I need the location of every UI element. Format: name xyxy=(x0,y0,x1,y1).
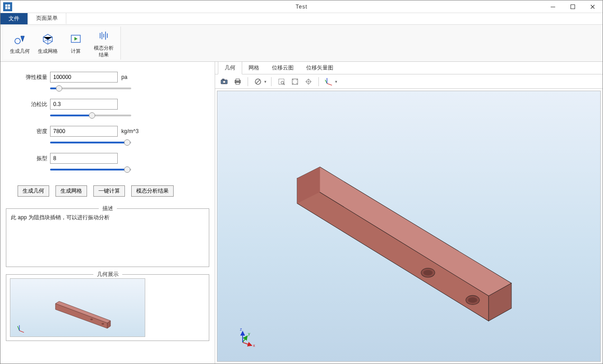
svg-marker-28 xyxy=(297,178,489,321)
svg-point-2 xyxy=(15,38,20,44)
mesh-icon xyxy=(41,32,55,46)
param-mode: 振型 xyxy=(22,153,193,164)
param-elastic-slider[interactable] xyxy=(50,88,131,89)
camera-icon[interactable] xyxy=(219,76,230,87)
ribbon-modal-result-label: 模态分析结果 xyxy=(92,45,116,58)
ribbon: 生成几何 生成网格 计算 xyxy=(0,25,603,62)
axis-triad: x y z xyxy=(237,325,255,343)
btn-modal-result[interactable]: 模态分析结果 xyxy=(131,185,174,197)
param-mode-input[interactable] xyxy=(50,153,118,164)
modal-result-icon xyxy=(97,28,111,43)
print-icon[interactable] xyxy=(232,76,243,87)
view-tabs: 几何 网格 位移云图 位移矢量图 xyxy=(215,62,603,74)
titlebar: Test xyxy=(0,0,603,13)
description-legend: 描述 xyxy=(99,205,117,212)
menu-page[interactable]: 页面菜单 xyxy=(28,13,66,24)
svg-rect-14 xyxy=(222,79,224,80)
ribbon-compute[interactable]: 计算 xyxy=(64,28,88,59)
zoom-selected-icon[interactable] xyxy=(303,76,314,87)
svg-rect-17 xyxy=(236,83,239,84)
svg-rect-16 xyxy=(236,79,239,81)
param-mode-slider[interactable] xyxy=(50,169,131,170)
content: 弹性模量 pa 泊松比 密度 kg/m^3 振型 生成 xyxy=(0,62,603,364)
axis-triad-icon[interactable] xyxy=(323,76,334,87)
geometry-preview-legend: 几何展示 xyxy=(93,271,122,278)
ribbon-modal-result[interactable]: 模态分析结果 xyxy=(92,28,116,59)
ribbon-gen-mesh[interactable]: 生成网格 xyxy=(36,28,60,59)
zoom-extents-icon[interactable] xyxy=(290,76,300,87)
description-text: 此 app 为阻挡块插销，可以进行振动分析 xyxy=(11,213,204,222)
minimize-button[interactable] xyxy=(543,0,563,13)
zoom-box-icon[interactable] xyxy=(276,76,287,87)
ribbon-compute-label: 计算 xyxy=(71,48,81,55)
param-mode-label: 振型 xyxy=(22,155,47,162)
geometry-icon xyxy=(13,32,27,46)
geometry-preview[interactable] xyxy=(10,278,145,337)
param-density-slider[interactable] xyxy=(50,142,131,143)
svg-rect-0 xyxy=(551,7,555,7)
svg-point-32 xyxy=(423,270,433,276)
main-view: 几何 网格 位移云图 位移矢量图 ▾ xyxy=(215,62,603,364)
axis-z-label: z xyxy=(240,327,242,332)
sidebar: 弹性模量 pa 泊松比 密度 kg/m^3 振型 生成 xyxy=(0,62,215,364)
ribbon-gen-geometry[interactable]: 生成几何 xyxy=(8,28,32,59)
svg-marker-27 xyxy=(297,167,511,296)
svg-line-9 xyxy=(19,331,24,332)
axis-y-label: y xyxy=(248,332,250,336)
svg-line-35 xyxy=(243,342,252,346)
svg-point-8 xyxy=(102,323,104,325)
description-section: 描述 此 app 为阻挡块插销，可以进行振动分析 xyxy=(6,208,209,267)
param-poisson: 泊松比 xyxy=(22,99,193,110)
svg-line-36 xyxy=(243,336,247,342)
ribbon-gen-mesh-label: 生成网格 xyxy=(38,48,58,55)
window-title: Test xyxy=(295,4,307,10)
btn-gen-mesh[interactable]: 生成网格 xyxy=(55,185,87,197)
compute-icon xyxy=(69,32,83,46)
canvas-3d[interactable]: x y z xyxy=(217,91,601,362)
params-panel: 弹性模量 pa 泊松比 密度 kg/m^3 振型 xyxy=(4,65,211,184)
param-poisson-input[interactable] xyxy=(50,99,118,110)
tab-geometry[interactable]: 几何 xyxy=(218,61,242,74)
svg-point-7 xyxy=(91,319,93,320)
svg-line-24 xyxy=(327,83,332,85)
param-density-unit: kg/m^3 xyxy=(121,128,138,134)
view-toolbar: ▾ ▾ xyxy=(215,74,603,89)
ribbon-gen-geometry-label: 生成几何 xyxy=(10,48,30,55)
param-density-label: 密度 xyxy=(22,128,47,135)
svg-point-34 xyxy=(468,297,477,303)
ribbon-group: 生成几何 生成网格 计算 xyxy=(3,27,121,60)
param-poisson-label: 泊松比 xyxy=(22,101,47,108)
close-button[interactable] xyxy=(583,0,603,13)
param-elastic-input[interactable] xyxy=(50,72,118,83)
tab-disp-vector[interactable]: 位移矢量图 xyxy=(300,62,340,74)
axis-x-label: x xyxy=(253,343,255,348)
maximize-button[interactable] xyxy=(563,0,583,13)
tab-disp-cloud[interactable]: 位移云图 xyxy=(266,62,300,74)
svg-line-19 xyxy=(256,80,260,83)
tab-mesh[interactable]: 网格 xyxy=(242,62,266,74)
btn-gen-geometry[interactable]: 生成几何 xyxy=(18,185,49,197)
btn-one-click[interactable]: 一键计算 xyxy=(93,185,125,197)
param-density-input[interactable] xyxy=(50,126,118,137)
svg-point-13 xyxy=(223,80,226,83)
geometry-preview-section: 几何展示 xyxy=(6,274,209,341)
param-density: 密度 kg/m^3 xyxy=(22,126,193,137)
button-row: 生成几何 生成网格 一键计算 模态分析结果 xyxy=(4,184,211,201)
svg-marker-4 xyxy=(55,304,107,328)
reset-icon[interactable] xyxy=(253,76,263,87)
param-elastic: 弹性模量 pa xyxy=(22,72,193,83)
svg-rect-1 xyxy=(571,5,575,9)
menu-file[interactable]: 文件 xyxy=(0,13,28,24)
param-poisson-slider[interactable] xyxy=(50,115,131,116)
param-elastic-label: 弹性模量 xyxy=(22,74,47,81)
param-elastic-unit: pa xyxy=(121,74,127,80)
menubar: 文件 页面菜单 xyxy=(0,13,603,25)
app-icon xyxy=(3,2,12,11)
window-controls xyxy=(543,0,603,13)
